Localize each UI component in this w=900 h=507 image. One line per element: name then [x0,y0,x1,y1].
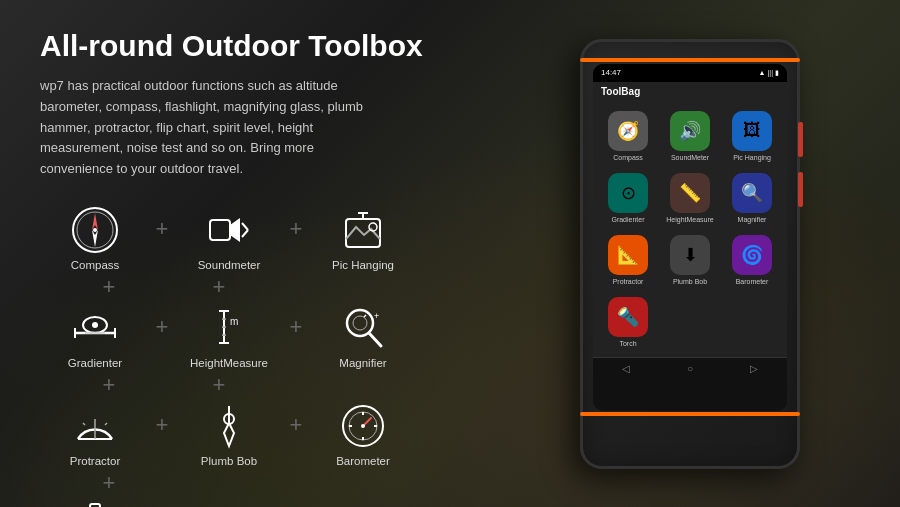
pic-hanging-icon [338,205,388,255]
page-description: wp7 has practical outdoor functions such… [40,76,370,180]
protractor-icon [70,401,120,451]
svg-point-28 [353,316,367,330]
soundmeter-label: Soundmeter [198,259,261,271]
screen-app-barometer-label: Barometer [736,278,769,285]
svg-line-8 [242,230,248,237]
svg-text:m: m [230,316,238,327]
compass-label: Compass [71,259,120,271]
tools-row-0: Compass + Soundmeter + [40,200,465,276]
right-panel: 14:47 ▲ ||| ▮ ToolBag 🧭 [500,0,900,507]
nav-home-icon[interactable]: ○ [687,363,693,374]
svg-marker-36 [224,423,234,446]
svg-rect-5 [210,220,230,240]
tools-row-3: Torch [40,494,465,507]
screen-app-torch[interactable]: 🔦 Torch [599,293,657,351]
tool-protractor: Protractor [40,396,150,472]
screen-app-torch-icon: 🔦 [608,297,648,337]
screen-app-compass-label: Compass [613,154,643,161]
tools-row-1: Gradienter + m HeightMeasure + [40,298,465,374]
tool-soundmeter: Soundmeter [174,200,284,276]
screen-app-gradienter-icon: ⊙ [608,173,648,213]
screen-app-pic-hanging-icon: 🖼 [732,111,772,151]
screen-app-soundmeter-label: SoundMeter [671,154,709,161]
magnifier-label: Magnifier [339,357,386,369]
phone-button-2 [798,172,803,207]
phone-device: 14:47 ▲ ||| ▮ ToolBag 🧭 [580,39,800,469]
phone-button-1 [798,122,803,157]
screen-app-soundmeter[interactable]: 🔊 SoundMeter [661,107,719,165]
phone-outer: 14:47 ▲ ||| ▮ ToolBag 🧭 [580,39,800,469]
screen-app-soundmeter-icon: 🔊 [670,111,710,151]
status-time: 14:47 [601,68,621,77]
tool-pic-hanging: Pic Hanging [308,200,418,276]
plus-3-4: + [150,314,174,358]
screen-app-grid: 🧭 Compass 🔊 SoundMeter 🖼 Pic Hanging [593,101,787,357]
nav-recent-icon[interactable]: ▷ [750,363,758,374]
svg-text:+: + [374,311,379,321]
between-plus-1: + [150,274,260,300]
height-measure-label: HeightMeasure [190,357,268,369]
row-between-2: + [40,472,465,494]
screen-app-magnifier-icon: 🔍 [732,173,772,213]
plumb-bob-icon [204,401,254,451]
plumb-bob-label: Plumb Bob [201,455,257,467]
screen-app-compass[interactable]: 🧭 Compass [599,107,657,165]
tool-magnifier: + Magnifier [308,298,418,374]
row-between-0: + + [40,276,465,298]
plus-4-5: + [284,314,308,358]
screen-app-protractor[interactable]: 📐 Protractor [599,231,657,289]
screen-nav-bar: ◁ ○ ▷ [593,357,787,379]
svg-line-7 [242,223,248,230]
screen-app-magnifier[interactable]: 🔍 Magnifier [723,169,781,227]
between-plus-0: + [40,274,150,300]
screen-app-pic-hanging-label: Pic Hanging [733,154,771,161]
protractor-label: Protractor [70,455,121,467]
screen-app-protractor-label: Protractor [613,278,644,285]
barometer-label: Barometer [336,455,390,467]
screen-app-magnifier-label: Magnifier [738,216,767,223]
screen-app-barometer[interactable]: 🌀 Barometer [723,231,781,289]
screen-app-plumb-bob-icon: ⬇ [670,235,710,275]
screen-app-barometer-icon: 🌀 [732,235,772,275]
svg-line-29 [364,315,366,317]
screen-app-gradienter[interactable]: ⊙ Gradienter [599,169,657,227]
svg-point-17 [92,322,98,328]
screen-app-compass-icon: 🧭 [608,111,648,151]
screen-app-height-measure-label: HeightMeasure [666,216,713,223]
tools-row-2: Protractor + Plumb Bob + [40,396,465,472]
svg-marker-6 [230,218,240,242]
tool-plumb-bob: Plumb Bob [174,396,284,472]
battery-icon: ▮ [775,69,779,77]
height-measure-icon: m [204,303,254,353]
screen-app-protractor-icon: 📐 [608,235,648,275]
screen-app-plumb-bob[interactable]: ⬇ Plumb Bob [661,231,719,289]
status-icons: ▲ ||| ▮ [759,69,779,77]
tools-layout: Compass + Soundmeter + [40,200,465,507]
soundmeter-icon [204,205,254,255]
phone-screen: 14:47 ▲ ||| ▮ ToolBag 🧭 [593,64,787,411]
svg-point-4 [93,228,97,232]
screen-app-torch-label: Torch [619,340,636,347]
nav-back-icon[interactable]: ◁ [622,363,630,374]
svg-marker-3 [92,230,98,247]
page-content: All-round Outdoor Toolbox wp7 has practi… [0,0,900,507]
screen-app-height-measure[interactable]: 📏 HeightMeasure [661,169,719,227]
tool-gradienter: Gradienter [40,298,150,374]
plus-0-1: + [150,216,174,260]
plus-1-2: + [284,216,308,260]
screen-app-plumb-bob-label: Plumb Bob [673,278,707,285]
barometer-icon [338,401,388,451]
screen-app-pic-hanging[interactable]: 🖼 Pic Hanging [723,107,781,165]
between-plus-3: + [40,372,150,398]
svg-point-45 [361,424,365,428]
screen-app-height-measure-icon: 📏 [670,173,710,213]
svg-line-34 [105,423,107,425]
screen-header: ToolBag [593,82,787,101]
status-bar: 14:47 ▲ ||| ▮ [593,64,787,82]
tool-compass: Compass [40,200,150,276]
pic-hanging-label: Pic Hanging [332,259,394,271]
gradienter-icon [70,303,120,353]
svg-line-27 [369,333,381,346]
svg-line-33 [83,423,85,425]
svg-marker-2 [92,213,98,230]
